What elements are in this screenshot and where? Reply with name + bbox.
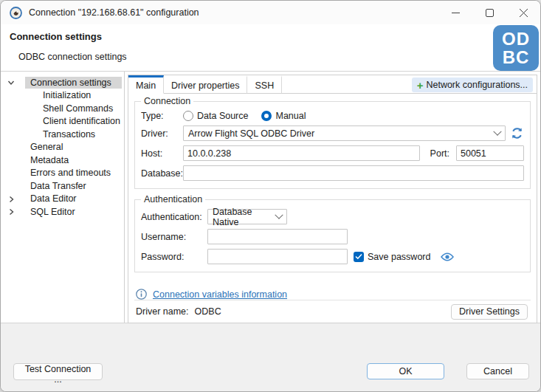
database-row: Database:	[141, 165, 524, 181]
sidebar-item-label: General	[30, 142, 63, 152]
driver-select-value: Arrow Flight SQL ODBC Driver	[188, 128, 314, 139]
type-label: Type:	[141, 111, 183, 121]
type-data-source-radio[interactable]: Data Source	[183, 111, 248, 121]
page-subtitle: ODBC connection settings	[18, 52, 127, 62]
host-row: Host: Port:	[141, 145, 524, 161]
network-configurations-label: Network configurations...	[426, 80, 528, 90]
save-password-checkbox[interactable]	[354, 252, 364, 262]
username-input[interactable]	[207, 229, 348, 244]
connection-variables-link[interactable]: Connection variables information	[153, 289, 287, 300]
chevron-right-icon[interactable]	[7, 195, 15, 204]
sidebar-item-initialization[interactable]: Initialization	[1, 89, 124, 103]
tab-driver-properties[interactable]: Driver properties	[164, 75, 247, 94]
authentication-row: Authentication: Database Native	[141, 209, 524, 224]
dialog-header: Connection settings ODBC connection sett…	[1, 24, 540, 72]
tab-label: Main	[136, 80, 156, 91]
sidebar-item-metadata[interactable]: Metadata	[1, 154, 124, 167]
sidebar-item-label: Metadata	[30, 155, 69, 165]
dialog-footer: Test Connection ... OK Cancel	[1, 323, 540, 391]
driver-select[interactable]: Arrow Flight SQL ODBC Driver	[183, 125, 506, 141]
driver-name-value: ODBC	[195, 306, 221, 317]
plus-icon: +	[417, 80, 424, 91]
titlebar: Connection "192.168.68.61" configuration	[1, 1, 540, 24]
show-password-eye-icon[interactable]	[441, 252, 454, 262]
sidebar-item-sql-editor[interactable]: SQL Editor	[1, 205, 124, 219]
sidebar-item-label: Client identification	[43, 116, 120, 126]
authentication-group: Authentication Authentication: Database …	[134, 199, 531, 272]
connection-group-title: Connection	[141, 96, 193, 106]
sidebar-item-label: Shell Commands	[43, 103, 113, 114]
driver-name-label: Driver name:	[136, 306, 189, 317]
tab-content-main: Connection Type: Data Source Manual	[128, 94, 537, 323]
ok-button[interactable]: OK	[367, 363, 444, 379]
connection-group: Connection Type: Data Source Manual	[134, 101, 531, 189]
chevron-right-icon[interactable]	[7, 207, 15, 216]
save-password-label: Save password	[368, 252, 430, 262]
chevron-down-icon	[493, 127, 501, 135]
tab-folder: Main Driver properties SSH + Network con…	[128, 75, 537, 323]
sidebar-item-shell-commands[interactable]: Shell Commands	[1, 102, 124, 115]
main-area: Connection settings Initialization Shell…	[1, 72, 540, 323]
authentication-label: Authentication:	[141, 212, 207, 222]
sidebar-item-data-editor[interactable]: Data Editor	[1, 193, 124, 206]
odbc-logo-line2: BC	[503, 48, 530, 66]
connection-configuration-dialog: Connection "192.168.68.61" configuration…	[0, 0, 541, 392]
settings-tree: Connection settings Initialization Shell…	[1, 72, 125, 323]
odbc-logo: OD BC	[493, 25, 539, 71]
close-button[interactable]	[506, 1, 540, 24]
sidebar-item-label: SQL Editor	[30, 207, 75, 217]
password-input[interactable]	[207, 249, 348, 264]
checkmark-icon	[355, 253, 362, 260]
window-title: Connection "192.168.68.61" configuration	[29, 7, 199, 18]
info-icon	[136, 289, 147, 300]
type-manual-label: Manual	[275, 111, 306, 121]
driver-settings-button[interactable]: Driver Settings	[451, 304, 528, 320]
sidebar-item-data-transfer[interactable]: Data Transfer	[1, 179, 124, 193]
sidebar-item-label: Initialization	[43, 90, 91, 100]
password-row: Password: Save password	[141, 249, 524, 264]
sidebar-item-errors-and-timeouts[interactable]: Errors and timeouts	[1, 167, 124, 180]
connection-variables-row: Connection variables information	[136, 289, 531, 300]
sidebar-item-client-identification[interactable]: Client identification	[1, 115, 124, 128]
username-label: Username:	[141, 232, 207, 242]
chevron-down-icon[interactable]	[7, 78, 15, 87]
port-label: Port:	[430, 148, 449, 159]
refresh-driver-icon[interactable]	[510, 126, 524, 140]
sidebar-item-label: Data Editor	[30, 193, 77, 204]
sidebar-item-label: Errors and timeouts	[30, 168, 111, 178]
tab-label: SSH	[255, 80, 274, 91]
sidebar-item-transactions[interactable]: Transactions	[1, 128, 124, 141]
sidebar-item-general[interactable]: General	[1, 141, 124, 154]
minimize-button[interactable]	[438, 1, 472, 24]
sidebar-item-label: Connection settings	[25, 77, 122, 89]
radio-unchecked-icon	[183, 111, 193, 121]
test-connection-button[interactable]: Test Connection ...	[13, 363, 103, 380]
authentication-group-title: Authentication	[141, 194, 205, 204]
username-row: Username:	[141, 229, 524, 244]
authentication-select[interactable]: Database Native	[207, 209, 287, 224]
dbeaver-app-icon	[10, 7, 22, 19]
host-label: Host:	[141, 148, 183, 159]
port-input[interactable]	[456, 145, 524, 161]
tab-main[interactable]: Main	[128, 75, 164, 94]
driver-name-row: Driver name: ODBC Driver Settings	[134, 300, 531, 323]
cancel-button[interactable]: Cancel	[466, 363, 529, 379]
type-row: Type: Data Source Manual	[141, 111, 524, 121]
authentication-select-value: Database Native	[213, 207, 276, 227]
sidebar-item-label: Transactions	[43, 129, 95, 140]
sidebar-item-label: Data Transfer	[30, 181, 86, 191]
type-data-source-label: Data Source	[197, 111, 248, 121]
sidebar-item-connection-settings[interactable]: Connection settings	[1, 76, 124, 89]
maximize-button[interactable]	[472, 1, 506, 24]
settings-content: Main Driver properties SSH + Network con…	[125, 72, 540, 323]
tab-label: Driver properties	[171, 80, 239, 91]
network-configurations-button[interactable]: + Network configurations...	[412, 78, 533, 92]
database-label: Database:	[141, 168, 183, 179]
host-input[interactable]	[183, 145, 420, 161]
type-manual-radio[interactable]: Manual	[261, 111, 306, 121]
database-input[interactable]	[183, 165, 524, 181]
driver-row: Driver: Arrow Flight SQL ODBC Driver	[141, 125, 524, 141]
tab-bar: Main Driver properties SSH + Network con…	[128, 75, 537, 94]
tab-ssh[interactable]: SSH	[247, 75, 282, 94]
driver-label: Driver:	[141, 128, 183, 139]
